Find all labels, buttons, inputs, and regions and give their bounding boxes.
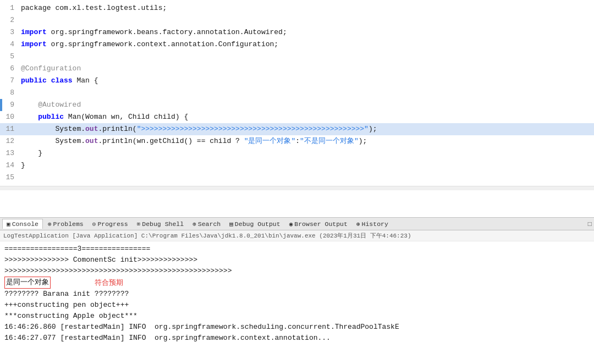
line-content: import org.springframework.context.annot… [19, 38, 278, 51]
line-number: 11 [2, 123, 19, 135]
tab-label: Debug Output [235, 220, 280, 228]
line-content: public Man(Woman wn, Child child) { [19, 111, 188, 123]
tab-label: Search [198, 220, 221, 228]
tab-icon: ▣ [7, 220, 10, 228]
line-number: 4 [2, 38, 19, 51]
console-output-line: ???????? Barana init ???????? [4, 289, 590, 300]
line-content [19, 172, 25, 184]
code-line: 12 System.out.println(wn.getChild() == c… [0, 135, 594, 147]
tab-problems[interactable]: ⊗Problems [44, 219, 87, 229]
tab-debug-shell[interactable]: ⌧Debug Shell [133, 219, 188, 229]
line-content: @Configuration [19, 63, 81, 75]
tab-icon: ⊛ [356, 220, 360, 228]
tab-label: History [362, 220, 388, 228]
code-line: 5 [0, 51, 594, 63]
highlighted-text-box: 是同一个对象 [4, 277, 51, 289]
annotation-label: 符合预期 [95, 277, 123, 288]
line-content [19, 14, 25, 26]
tab-bar: ▣Console⊗Problems⊙Progress⌧Debug Shell⊕S… [0, 217, 594, 230]
console-output-line: >>>>>>>>>>>>>>> ComonentSc init>>>>>>>>>… [4, 255, 590, 266]
line-number: 12 [2, 135, 19, 147]
line-number: 15 [2, 172, 19, 184]
line-content: package com.xl.test.logtest.utils; [19, 2, 167, 14]
code-line: 15 [0, 172, 594, 184]
code-line: 10 public Man(Woman wn, Child child) { [0, 111, 594, 123]
horizontal-scrollbar[interactable] [0, 186, 594, 190]
line-number: 10 [2, 111, 19, 123]
tab-icon: ⌧ [137, 220, 141, 228]
line-number: 6 [2, 63, 19, 75]
line-number: 8 [2, 87, 19, 99]
code-line: 6@Configuration [0, 63, 594, 75]
code-line: 1package com.xl.test.logtest.utils; [0, 2, 594, 14]
code-editor: 1package com.xl.test.logtest.utils;2 3im… [0, 0, 594, 217]
line-content [19, 87, 25, 99]
code-line: 3import org.springframework.beans.factor… [0, 26, 594, 38]
line-number: 9 [2, 99, 19, 111]
code-line: 4import org.springframework.context.anno… [0, 38, 594, 51]
code-line: 8 [0, 87, 594, 99]
tab-history[interactable]: ⊛History [353, 219, 392, 229]
line-number: 2 [2, 14, 19, 26]
console-path: LogTestApplication [Java Application] C:… [0, 230, 594, 241]
code-lines: 1package com.xl.test.logtest.utils;2 3im… [0, 0, 594, 186]
tab-label: Problems [53, 220, 84, 228]
line-number: 7 [2, 75, 19, 87]
console-output: =================3================>>>>>>… [0, 241, 594, 364]
code-line: 2 [0, 14, 594, 26]
console-output-line: ***constructing Apple object*** [4, 311, 590, 322]
console-output-line: =================3================ [4, 244, 590, 255]
tab-search[interactable]: ⊕Search [189, 219, 224, 229]
tab-progress[interactable]: ⊙Progress [89, 219, 132, 229]
tab-console[interactable]: ▣Console [2, 219, 43, 229]
tab-label: Console [12, 220, 38, 228]
line-number: 13 [2, 147, 19, 159]
console-output-line: 16:46:26.860 [restartedMain] INFO org.sp… [4, 322, 590, 333]
line-number: 5 [2, 51, 19, 63]
code-line: 14} [0, 159, 594, 172]
line-number: 14 [2, 159, 19, 172]
tab-icon: ⊙ [92, 220, 96, 228]
tab-icon: ⊕ [193, 220, 196, 228]
line-number: 3 [2, 26, 19, 38]
console-output-line: >>>>>>>>>>>>>>>>>>>>>>>>>>>>>>>>>>>>>>>>… [4, 266, 590, 277]
line-content [19, 51, 25, 63]
line-content: } [19, 147, 42, 159]
code-line: 11 System.out.println(">>>>>>>>>>>>>>>>>… [0, 123, 594, 135]
maximize-button[interactable]: □ [588, 218, 592, 231]
tab-label: Debug Shell [142, 220, 184, 228]
tab-debug-output[interactable]: ▤Debug Output [226, 219, 284, 229]
code-line: 9 @Autowired [0, 99, 594, 111]
line-content: import org.springframework.beans.factory… [19, 26, 287, 38]
line-content: System.out.println(">>>>>>>>>>>>>>>>>>>>… [19, 123, 377, 135]
console-output-line: +++constructing pen object+++ [4, 300, 590, 311]
line-content: System.out.println(wn.getChild() == chil… [19, 135, 367, 147]
tab-icon: ⊗ [48, 220, 52, 228]
tab-browser-output[interactable]: ◉Browser Output [285, 219, 351, 229]
line-content: } [19, 159, 25, 172]
line-content: @Autowired [19, 99, 81, 111]
line-content: public class Man { [19, 75, 98, 87]
console-output-line: 16:46:27.077 [restartedMain] INFO org.sp… [4, 333, 590, 344]
code-line: 7public class Man { [0, 75, 594, 87]
tab-label: Browser Output [294, 220, 348, 228]
tab-icon: ◉ [289, 220, 293, 228]
code-line: 13 } [0, 147, 594, 159]
console-highlighted-line: 是同一个对象符合预期 [4, 277, 590, 289]
line-number: 1 [2, 2, 19, 14]
tab-label: Progress [97, 220, 128, 228]
tab-icon: ▤ [229, 220, 233, 228]
console-panel: LogTestApplication [Java Application] C:… [0, 230, 594, 364]
